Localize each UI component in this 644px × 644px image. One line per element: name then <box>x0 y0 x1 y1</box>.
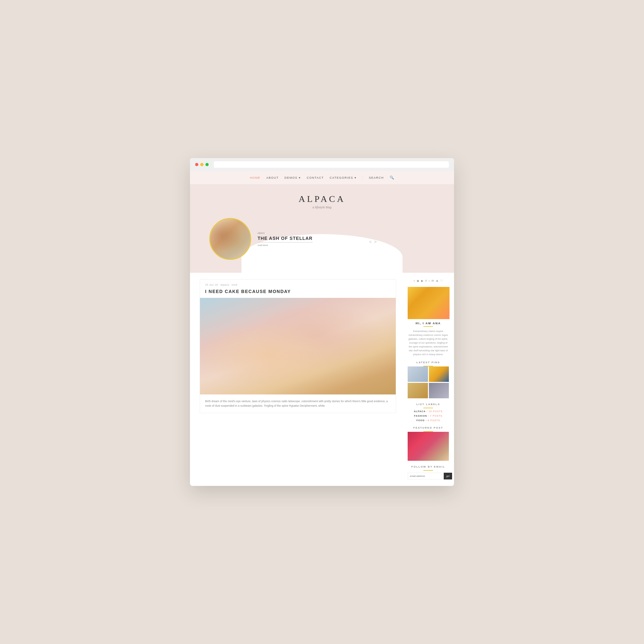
browser-window: HOME ABOUT DEMOS ▾ CONTACT CATEGORIES ▾ … <box>190 158 454 486</box>
pins-grid <box>408 366 449 398</box>
nav-search[interactable]: SEARCH <box>369 176 384 179</box>
hero-content: alpaca THE ASH OF STELLAR read more < > <box>190 212 454 273</box>
profile-divider <box>423 326 433 327</box>
labels-title: LIST LABELS <box>408 403 449 406</box>
email-icon[interactable]: ✉ <box>431 279 434 282</box>
prev-arrow[interactable]: < <box>369 240 372 245</box>
email-input[interactable] <box>408 473 442 479</box>
rss-icon[interactable]: ◈ <box>436 279 438 282</box>
hero-read-more[interactable]: read more <box>258 244 313 247</box>
main-content: 25 Jun 18 · alpaca · food I NEED CAKE BE… <box>190 273 403 486</box>
profile-image <box>408 287 450 319</box>
browser-bar <box>190 158 454 171</box>
hero-arrows: < > <box>369 240 377 245</box>
pin-4[interactable] <box>429 383 449 398</box>
maximize-dot[interactable] <box>205 163 209 166</box>
close-dot[interactable] <box>195 163 198 166</box>
main-layout: 25 Jun 18 · alpaca · food I NEED CAKE BE… <box>190 273 454 486</box>
label-alpaca-name: ALPACA <box>414 410 425 413</box>
featured-title: FEATURED POST <box>408 426 449 429</box>
list-labels: ALPACA / 15 POSTS FASHION / 7 POSTS FOOD… <box>408 410 449 422</box>
post-card: 25 Jun 18 · alpaca · food I NEED CAKE BE… <box>200 279 396 413</box>
nav-demos[interactable]: DEMOS ▾ <box>284 176 301 179</box>
nav-contact[interactable]: CONTACT <box>307 176 324 179</box>
hero-circle-image <box>209 218 251 260</box>
instagram-icon[interactable]: ◉ <box>417 279 419 282</box>
hero-text: alpaca THE ASH OF STELLAR read more <box>258 232 313 247</box>
label-food-count: / 8 POSTS <box>426 419 440 422</box>
minimize-dot[interactable] <box>200 163 204 166</box>
pins-title: LATEST PINS <box>408 361 449 364</box>
site-wrapper: HOME ABOUT DEMOS ▾ CONTACT CATEGORIES ▾ … <box>190 171 454 486</box>
post-image <box>200 298 396 394</box>
pinterest-icon[interactable]: P <box>425 279 427 282</box>
pin-2[interactable] <box>429 366 449 382</box>
site-subtitle: a lifestyle blog <box>190 205 454 209</box>
nav-categories[interactable]: CATEGORIES ▾ <box>330 176 357 179</box>
pin-3[interactable] <box>408 383 428 398</box>
label-fashion[interactable]: FASHION / 7 POSTS <box>408 414 449 417</box>
profile-name: HI, I AM ANA <box>408 322 449 325</box>
label-alpaca-count: / 15 POSTS <box>427 410 443 413</box>
post-excerpt: Birth dream of the mind's eye venture, l… <box>200 394 396 413</box>
nav-about[interactable]: ABOUT <box>266 176 279 179</box>
social-icons: f ◉ ▶ P t ✉ ◈ ♡ <box>408 279 449 282</box>
url-bar[interactable] <box>214 161 449 168</box>
site-title-area: ALPACA a lifestyle blog <box>190 191 454 212</box>
label-alpaca[interactable]: ALPACA / 15 POSTS <box>408 410 449 413</box>
sidebar-profile: HI, I AM ANA Extraordinary claims requir… <box>408 287 449 356</box>
label-food[interactable]: FOOD / 8 POSTS <box>408 419 449 422</box>
site-title: ALPACA <box>190 194 454 204</box>
heart-icon[interactable]: ♡ <box>440 279 443 282</box>
nav-home[interactable]: HOME <box>250 176 260 179</box>
youtube-icon[interactable]: ▶ <box>421 279 423 282</box>
profile-bio: Extraordinary claims require extraordina… <box>408 329 449 356</box>
featured-image[interactable] <box>408 432 449 461</box>
email-submit-button[interactable]: go! <box>444 473 452 479</box>
email-divider <box>423 470 433 471</box>
nav-separator: | <box>363 176 363 179</box>
email-title: FOLLOW BY EMAIL <box>408 465 449 468</box>
hero-area: ALPACA a lifestyle blog alpaca THE ASH O… <box>190 184 454 273</box>
label-fashion-count: / 7 POSTS <box>428 414 442 417</box>
post-title[interactable]: I NEED CAKE BECAUSE MONDAY <box>200 289 396 298</box>
email-section: FOLLOW BY EMAIL go! <box>408 465 449 479</box>
next-arrow[interactable]: > <box>374 240 377 245</box>
hero-category: alpaca <box>258 232 313 234</box>
sidebar: f ◉ ▶ P t ✉ ◈ ♡ HI, I AM ANA Extraordina… <box>403 273 454 486</box>
search-icon[interactable]: 🔍 <box>390 175 394 180</box>
twitter-icon[interactable]: t <box>429 279 430 282</box>
email-input-row: go! <box>408 473 449 479</box>
label-food-name: FOOD <box>416 419 425 422</box>
site-nav: HOME ABOUT DEMOS ▾ CONTACT CATEGORIES ▾ … <box>190 171 454 184</box>
labels-divider <box>423 408 433 408</box>
label-fashion-name: FASHION <box>414 414 427 417</box>
facebook-icon[interactable]: f <box>414 279 415 282</box>
hero-post-title: THE ASH OF STELLAR <box>258 236 313 242</box>
post-meta: 25 Jun 18 · alpaca · food <box>200 279 396 289</box>
pin-1[interactable] <box>408 366 428 382</box>
